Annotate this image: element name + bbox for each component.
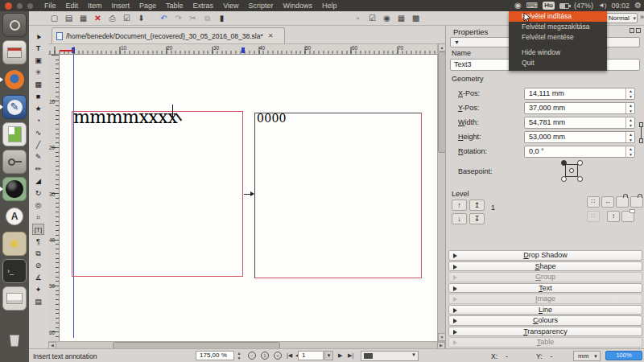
first-page-button[interactable]: |◀	[287, 352, 292, 359]
tab-close-icon[interactable]: ✕	[268, 32, 274, 39]
raise-to-top-button[interactable]: ↥	[469, 200, 485, 211]
dock-archive-icon[interactable]: ✱	[2, 232, 27, 256]
basepoint-center[interactable]	[569, 168, 574, 173]
spin-buttons[interactable]: ▲▼	[625, 103, 634, 113]
pdf-push-button-icon[interactable]: ▫	[352, 13, 364, 24]
layout-mode-select[interactable]: Normal	[605, 13, 638, 23]
keyboard-tray-icon[interactable]: ⌨	[526, 0, 538, 11]
spiral-tool-icon[interactable]: ∿	[32, 127, 44, 138]
next-page-button[interactable]: ▶	[338, 352, 342, 359]
volume-icon[interactable]: ◄)	[598, 0, 607, 11]
section-text[interactable]: Text	[448, 283, 642, 294]
basepoint-bottom-right[interactable]	[577, 176, 583, 182]
menu-scripter[interactable]: Scripter	[243, 0, 278, 11]
export-pdf-icon[interactable]: ⬇	[135, 13, 147, 24]
measure-tool-icon[interactable]: ∡	[32, 272, 44, 283]
line-tool-icon[interactable]: ╱	[32, 139, 44, 150]
link-width-height-icon[interactable]	[638, 122, 644, 143]
arc-tool-icon[interactable]: ◔	[32, 115, 44, 126]
rotation-input[interactable]: 0,0 °▲▼	[524, 146, 635, 158]
menu-item-quit[interactable]: Quit	[509, 58, 607, 68]
spin-buttons[interactable]: ▲▼	[625, 88, 634, 99]
eyedropper-tool-icon[interactable]: ✦	[32, 284, 44, 295]
spin-buttons[interactable]: ▲▼	[625, 146, 634, 157]
basepoint-bottom-left[interactable]	[561, 176, 567, 182]
render-frame-tool-icon[interactable]: ✳	[32, 67, 44, 78]
page-dropdown-button[interactable]: ▼	[324, 351, 333, 360]
window-close-button[interactable]	[5, 2, 12, 10]
pdf-combo-box-icon[interactable]: ▦	[395, 13, 407, 24]
zoom-spin-buttons[interactable]: ▲▼	[236, 351, 242, 360]
last-page-button[interactable]: ▶|	[348, 352, 353, 359]
page-number-input[interactable]: 1	[298, 351, 324, 360]
pdf-radio-button-icon[interactable]: ◉	[381, 13, 393, 24]
undo-icon[interactable]: ↶	[158, 13, 170, 24]
lower-level-button[interactable]: ↓	[452, 213, 467, 224]
calligraphy-tool-icon[interactable]: ◢	[32, 175, 44, 187]
open-icon[interactable]: ▤	[63, 13, 75, 24]
unlink-frames-tool-icon[interactable]: ⊘	[32, 260, 44, 271]
story-editor-tool-icon[interactable]: ¶	[32, 236, 44, 247]
menu-item-hide-window[interactable]: Hide window	[509, 47, 607, 58]
menu-item-save-recording[interactable]: Felvétel mentése	[509, 32, 607, 43]
dock-firefox-icon[interactable]	[2, 68, 27, 92]
flip-horizontal-button[interactable]: ↔	[601, 196, 614, 208]
dock-a-app-icon[interactable]: A	[2, 204, 27, 228]
dock-recordmydesktop-icon[interactable]	[2, 177, 27, 201]
enable-printing-button[interactable]	[621, 211, 634, 222]
text-frame-tool-icon[interactable]: T	[32, 43, 44, 54]
menu-item-start-recording[interactable]: Felvétel indítása	[509, 11, 607, 22]
section-drop-shadow[interactable]: Drop Shadow	[448, 250, 642, 261]
edit-contents-tool-icon[interactable]: ⌗	[32, 212, 44, 223]
spin-buttons[interactable]: ▲▼	[625, 132, 634, 142]
document-tab[interactable]: /home/benedek/Document_(recovered)_30_05…	[52, 27, 285, 43]
text-annotation-tool-icon[interactable]: [T]	[32, 224, 44, 235]
link-frames-tool-icon[interactable]: ⧉	[32, 248, 44, 259]
section-colours[interactable]: Colours	[448, 315, 642, 326]
zoom-in-icon[interactable]: +	[274, 352, 282, 360]
cut-icon[interactable]: ✂	[187, 13, 199, 24]
spin-buttons[interactable]: ▲▼	[625, 117, 634, 128]
save-icon[interactable]: ▦	[77, 13, 89, 24]
new-document-icon[interactable]: ▢	[48, 13, 60, 24]
close-icon[interactable]: ✕	[92, 13, 104, 24]
layer-select[interactable]: ▼	[361, 351, 419, 361]
menu-windows[interactable]: Windows	[279, 0, 318, 11]
flip-vertical-button[interactable]: ↕	[607, 211, 620, 222]
table-tool-icon[interactable]: ▦	[32, 79, 44, 90]
freehand-tool-icon[interactable]: ✏	[32, 163, 44, 175]
horizontal-ruler[interactable]: 10 20 30 40 50 60 70	[48, 43, 437, 55]
menu-file[interactable]: File	[39, 0, 61, 11]
pdf-annotation-tool-icon[interactable]: ▤	[32, 296, 44, 307]
print-icon[interactable]: ⎙	[106, 13, 118, 24]
paste-icon[interactable]: ▮	[216, 13, 228, 24]
window-minimize-button[interactable]	[17, 3, 23, 9]
y-pos-input[interactable]: 37,000 mm▲▼	[524, 102, 635, 114]
menu-item-abort-recording[interactable]: Felvétel megszakítása	[509, 22, 607, 32]
text-frame-1[interactable]: mmmmxxxx	[72, 111, 243, 277]
vertical-scrollbar[interactable]: ▲ ▼	[437, 43, 445, 341]
height-input[interactable]: 53,000 mm▲▼	[524, 131, 635, 143]
toolbar-overflow-chevron[interactable]: »	[640, 13, 644, 21]
zoom-tool-icon[interactable]: ◎	[32, 200, 44, 211]
dock-files-icon[interactable]	[2, 40, 27, 64]
pdf-check-box-icon[interactable]: ☑	[366, 13, 378, 24]
unit-select[interactable]: mm▼	[573, 351, 601, 361]
menu-insert[interactable]: Insert	[107, 0, 135, 11]
section-transparency[interactable]: Transparency	[448, 327, 642, 337]
lower-to-bottom-button[interactable]: ↧	[469, 213, 485, 224]
basepoint-top-right[interactable]	[577, 160, 583, 166]
lock-object-button[interactable]	[616, 196, 629, 208]
window-maximize-button[interactable]	[27, 3, 33, 9]
zoom-level-input[interactable]: 175,00 %	[196, 351, 234, 360]
ungroup-button[interactable]: ∷	[587, 211, 600, 222]
redo-icon[interactable]: ↷	[172, 13, 184, 24]
recorder-tray-icon[interactable]: ◉	[514, 0, 522, 11]
select-tool-icon[interactable]: ▲	[32, 31, 44, 42]
width-input[interactable]: 54,781 mm▲▼	[524, 117, 635, 129]
menu-item[interactable]: Item	[83, 0, 107, 11]
basepoint-selector[interactable]	[561, 160, 583, 182]
menu-view[interactable]: View	[218, 0, 243, 11]
lock-size-button[interactable]	[630, 196, 643, 208]
menu-table[interactable]: Table	[161, 0, 188, 11]
